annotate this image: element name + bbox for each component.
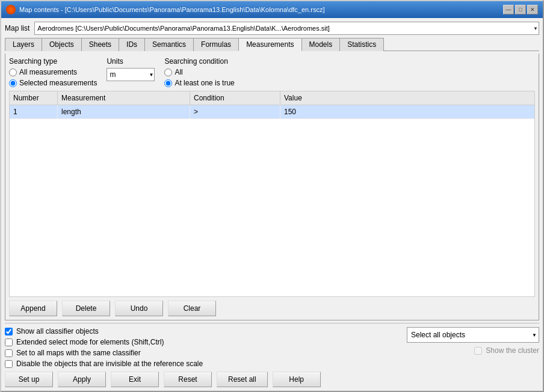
map-list-label: Map list	[5, 24, 29, 32]
searching-type-label: Searching type	[9, 57, 97, 66]
main-content: Map list Aerodromes [C:\Users\Public\Doc…	[1, 18, 543, 391]
cell-measurement: length	[58, 105, 190, 118]
measurements-table: Number Measurement Condition Value 1 len…	[9, 91, 535, 297]
condition-all-row: All	[164, 68, 234, 76]
disable-objects-row: Disable the objects that are invisible a…	[5, 360, 203, 368]
checkboxes-and-select: Show all classifier objects Extended sel…	[5, 327, 539, 368]
append-button[interactable]: Append	[9, 301, 57, 316]
tab-ids[interactable]: IDs	[119, 38, 145, 51]
col-measurement: Measurement	[58, 91, 190, 105]
delete-button[interactable]: Delete	[62, 301, 110, 316]
tab-statistics[interactable]: Statistics	[339, 38, 384, 51]
undo-button[interactable]: Undo	[115, 301, 163, 316]
table-header: Number Measurement Condition Value	[10, 91, 534, 105]
disable-objects-label: Disable the objects that are invisible a…	[16, 360, 203, 368]
table-body: 1 length > 150	[10, 105, 534, 296]
selected-measurements-radio[interactable]	[9, 79, 17, 87]
close-button[interactable]: ✕	[527, 5, 538, 14]
all-measurements-radio[interactable]	[9, 69, 17, 76]
exit-button[interactable]: Exit	[111, 372, 159, 387]
minimize-button[interactable]: —	[503, 5, 514, 14]
set-all-maps-checkbox[interactable]	[5, 349, 13, 357]
table-row[interactable]: 1 length > 150	[10, 105, 534, 119]
col-value: Value	[280, 91, 534, 105]
reset-button[interactable]: Reset	[164, 372, 212, 387]
selected-measurements-row: Selected measurements	[9, 79, 97, 87]
tab-measurements[interactable]: Measurements	[238, 38, 301, 51]
action-buttons: Append Delete Undo Clear	[9, 301, 535, 316]
set-all-maps-label: Set to all maps with the same classifier	[16, 349, 141, 357]
map-list-combo-wrapper: Aerodromes [C:\Users\Public\Documents\Pa…	[34, 22, 539, 35]
condition-atleast-radio[interactable]	[164, 79, 172, 87]
panorama-icon	[6, 5, 16, 14]
disable-objects-checkbox[interactable]	[5, 360, 13, 368]
setup-button[interactable]: Set up	[5, 372, 53, 387]
tab-layers[interactable]: Layers	[5, 38, 42, 51]
units-combo-wrapper: mkmftmi ▼	[107, 68, 155, 81]
title-bar: Map contents - [C:\Users\Public\Document…	[1, 1, 543, 18]
cell-condition: >	[190, 105, 280, 118]
map-list-select[interactable]: Aerodromes [C:\Users\Public\Documents\Pa…	[34, 22, 539, 35]
cell-number: 1	[10, 105, 58, 118]
tab-semantics[interactable]: Semantics	[144, 38, 194, 51]
units-group: Units mkmftmi ▼	[107, 57, 155, 87]
map-list-row: Map list Aerodromes [C:\Users\Public\Doc…	[5, 22, 539, 35]
condition-all-radio[interactable]	[164, 69, 172, 76]
searching-condition-group: Searching condition All At least one is …	[164, 57, 234, 87]
searching-condition-label: Searching condition	[164, 57, 234, 66]
window-title: Map contents - [C:\Users\Public\Document…	[19, 6, 324, 13]
bottom-section: Show all classifier objects Extended sel…	[5, 323, 539, 387]
show-all-classifier-row: Show all classifier objects	[5, 327, 203, 335]
measurements-panel: Searching type All measurements Selected…	[5, 54, 539, 320]
units-label: Units	[107, 57, 155, 66]
show-cluster-row: Show the cluster	[474, 346, 539, 355]
panel-top: Searching type All measurements Selected…	[9, 57, 535, 87]
tabs-row: Layers Objects Sheets IDs Semantics Form…	[5, 37, 539, 51]
show-all-classifier-label: Show all classifier objects	[16, 327, 99, 335]
show-all-classifier-checkbox[interactable]	[5, 328, 13, 335]
clear-button[interactable]: Clear	[168, 301, 216, 316]
condition-atleast-label: At least one is true	[175, 79, 234, 87]
set-all-maps-row: Set to all maps with the same classifier	[5, 349, 203, 357]
tab-models[interactable]: Models	[301, 38, 341, 51]
tab-sheets[interactable]: Sheets	[81, 38, 119, 51]
tab-objects[interactable]: Objects	[42, 38, 82, 51]
condition-atleast-row: At least one is true	[164, 79, 234, 87]
apply-button[interactable]: Apply	[58, 372, 106, 387]
extended-select-label: Extended select mode for elements (Shift…	[16, 338, 164, 346]
help-button[interactable]: Help	[273, 372, 321, 387]
right-col: Select all objectsDeselect allInvert sel…	[407, 327, 539, 355]
tab-formulas[interactable]: Formulas	[193, 38, 239, 51]
reset-all-button[interactable]: Reset all	[217, 372, 268, 387]
all-measurements-row: All measurements	[9, 68, 97, 76]
maximize-button[interactable]: □	[515, 5, 526, 14]
main-window: Map contents - [C:\Users\Public\Document…	[0, 0, 544, 392]
footer-buttons: Set up Apply Exit Reset Reset all Help	[5, 370, 539, 387]
checkboxes-col: Show all classifier objects Extended sel…	[5, 327, 203, 368]
extended-select-checkbox[interactable]	[5, 338, 13, 346]
searching-type-group: Searching type All measurements Selected…	[9, 57, 97, 87]
select-all-objects-select[interactable]: Select all objectsDeselect allInvert sel…	[407, 327, 539, 343]
select-all-wrapper: Select all objectsDeselect allInvert sel…	[407, 327, 539, 343]
show-cluster-checkbox[interactable]	[474, 347, 482, 355]
selected-measurements-label: Selected measurements	[19, 79, 97, 87]
cell-value: 150	[280, 105, 534, 118]
extended-select-row: Extended select mode for elements (Shift…	[5, 338, 203, 346]
condition-all-label: All	[175, 68, 182, 76]
col-condition: Condition	[190, 91, 280, 105]
all-measurements-label: All measurements	[19, 68, 77, 76]
units-select[interactable]: mkmftmi	[107, 68, 155, 81]
show-cluster-label: Show the cluster	[486, 346, 539, 355]
col-number: Number	[10, 91, 58, 105]
